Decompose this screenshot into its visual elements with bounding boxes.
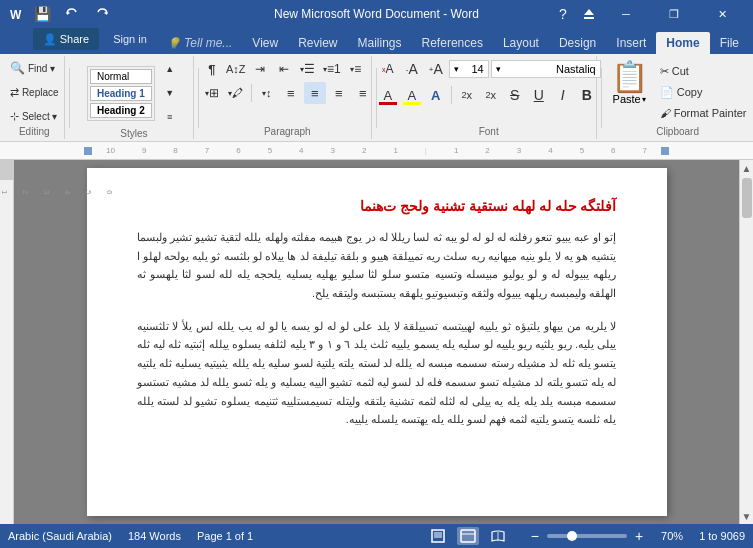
ruler-right-marker[interactable]: [84, 147, 92, 155]
title-bar: W 💾 New Microsoft Word Document - Word ?…: [0, 0, 753, 28]
line-spacing-button[interactable]: ↕▾: [256, 82, 278, 104]
styles-gallery[interactable]: Normal Heading 1 Heading 2: [87, 66, 155, 121]
web-layout-view-button[interactable]: [457, 527, 479, 545]
font-grow-button[interactable]: A+: [425, 58, 447, 80]
tab-home[interactable]: Home: [656, 32, 709, 54]
borders-button[interactable]: ⊞▾: [201, 82, 223, 104]
font-row-2: B I U S x2 x2 A A A: [377, 84, 598, 106]
qa-redo-btn[interactable]: [90, 2, 114, 26]
tab-insert[interactable]: Insert: [606, 32, 656, 54]
styles-up-button[interactable]: ▲: [159, 58, 181, 80]
page-info: Page 1 of 1: [197, 530, 253, 542]
svg-marker-3: [104, 11, 107, 15]
word-icon: W: [8, 6, 24, 22]
ribbon-group-paragraph: ≡▾ 1≡▾ ☰▾ ⇤ ⇥ A↕Z ¶ ≡ ≡ ≡ ≡ ↕▾ 🖍 ▾: [203, 56, 372, 139]
styles-down-button[interactable]: ▼: [159, 82, 181, 104]
tab-file[interactable]: File: [710, 32, 749, 54]
help-icon[interactable]: ?: [551, 2, 575, 26]
svg-marker-2: [67, 11, 70, 15]
superscript-button[interactable]: x2: [456, 84, 478, 106]
zoom-slider[interactable]: [547, 534, 627, 538]
svg-marker-5: [584, 9, 594, 15]
tab-review[interactable]: Review: [288, 32, 347, 54]
qa-save-btn[interactable]: 💾: [30, 2, 54, 26]
read-view-button[interactable]: [487, 527, 509, 545]
find-button[interactable]: 🔍 Find ▾: [6, 58, 59, 78]
subscript-button[interactable]: x2: [480, 84, 502, 106]
font-shrink-button[interactable]: A-: [401, 58, 423, 80]
scroll-up-button[interactable]: ▲: [740, 160, 754, 176]
cut-button[interactable]: ✂ Cut: [656, 61, 751, 81]
decrease-indent-button[interactable]: ⇤: [273, 58, 295, 80]
ribbon-toggle-icon[interactable]: [577, 2, 601, 26]
copy-button[interactable]: 📄 Copy: [656, 82, 751, 102]
divider-1: [601, 68, 602, 128]
qa-undo-btn[interactable]: [60, 2, 84, 26]
scroll-down-button[interactable]: ▼: [740, 508, 754, 524]
divider-3: [198, 68, 199, 128]
tab-layout[interactable]: Layout: [493, 32, 549, 54]
tab-mailings[interactable]: Mailings: [348, 32, 412, 54]
italic-button[interactable]: I: [552, 84, 574, 106]
underline-button[interactable]: U: [528, 84, 550, 106]
replace-button[interactable]: ⇄ Replace: [6, 82, 63, 102]
minimize-button[interactable]: ─: [603, 0, 649, 28]
increase-indent-button[interactable]: ⇥: [249, 58, 271, 80]
signin-button[interactable]: Sign in: [103, 28, 157, 50]
show-marks-button[interactable]: ¶: [201, 58, 223, 80]
font-color-button[interactable]: A: [377, 84, 399, 106]
justify-button[interactable]: ≡: [280, 82, 302, 104]
shading-button[interactable]: 🖍 ▾: [225, 82, 247, 104]
numbering-button[interactable]: 1≡▾: [321, 58, 343, 80]
bold-button[interactable]: B: [576, 84, 598, 106]
document-heading: آفلتگه حله له لهله نستقية تشنية ولحج ت‌ه…: [137, 198, 617, 214]
font-size-dropdown[interactable]: 14 ▾: [449, 60, 489, 78]
tab-design[interactable]: Design: [549, 32, 606, 54]
paragraph-row-2: ≡ ≡ ≡ ≡ ↕▾ 🖍 ▾ ⊞▾: [201, 82, 374, 104]
font-name-dropdown[interactable]: Nastaliq ▾: [491, 60, 601, 78]
clipboard-small-btns: ✂ Cut 📄 Copy 🖌 Format Painter: [656, 58, 751, 126]
tab-tellme[interactable]: 💡 Tell me...: [157, 32, 243, 54]
format-painter-button[interactable]: 🖌 Format Painter: [656, 103, 751, 123]
zoom-out-button[interactable]: −: [531, 528, 539, 544]
document-paragraph-1: إتو او عبه يبيو تنعو رفلنه له لو له لو ي…: [137, 228, 617, 303]
zoom-thumb: [567, 531, 577, 541]
select-button[interactable]: ⊹ Select ▾: [6, 106, 62, 126]
document-page[interactable]: آفلتگه حله له لهله نستقية تشنية ولحج ت‌ه…: [87, 168, 667, 516]
status-right: − + 70% 1 to 9069: [427, 527, 745, 545]
select-icon: ⊹: [10, 110, 19, 123]
close-button[interactable]: ✕: [699, 0, 745, 28]
ribbon-group-clipboard: 📋 Paste ▾ ✂ Cut 📄 Copy 🖌 Format Painter …: [606, 56, 749, 139]
vertical-scrollbar[interactable]: ▲ ▼: [739, 160, 753, 524]
editing-label: Editing: [8, 126, 60, 137]
align-left-button[interactable]: ≡: [352, 82, 374, 104]
zoom-level[interactable]: 70%: [651, 530, 683, 542]
ruler-indent-marker[interactable]: [661, 147, 669, 155]
language-indicator[interactable]: Arabic (Saudi Arabia): [8, 530, 112, 542]
align-center-button[interactable]: ≡: [328, 82, 350, 104]
align-right-button[interactable]: ≡: [304, 82, 326, 104]
tab-references[interactable]: References: [412, 32, 493, 54]
svg-rect-10: [461, 530, 475, 542]
maximize-button[interactable]: ❐: [651, 0, 697, 28]
sort-button[interactable]: A↕Z: [225, 58, 247, 80]
multilevel-button[interactable]: ☰▾: [297, 58, 319, 80]
bullets-button[interactable]: ≡▾: [345, 58, 367, 80]
tab-view[interactable]: View: [242, 32, 288, 54]
ribbon-group-styles: Normal Heading 1 Heading 2 ▲ ▼ ≡ Styles: [74, 56, 194, 139]
styles-label: Styles: [78, 128, 189, 139]
clear-format-button[interactable]: Ax: [377, 58, 399, 80]
styles-more-button[interactable]: ≡: [159, 106, 181, 128]
svg-rect-6: [432, 530, 444, 542]
scroll-thumb[interactable]: [742, 178, 752, 218]
print-layout-view-button[interactable]: [427, 527, 449, 545]
font-row-1: Nastaliq ▾ 14 ▾ A+ A- Ax: [377, 58, 601, 80]
ribbon-content: 📋 Paste ▾ ✂ Cut 📄 Copy 🖌 Format Painter …: [0, 54, 753, 142]
paste-button[interactable]: 📋 Paste ▾: [605, 58, 654, 126]
text-highlight-button[interactable]: A: [401, 84, 423, 106]
vertical-ruler: 123456: [0, 160, 14, 524]
share-button[interactable]: 👤 Share: [33, 28, 99, 50]
text-effect-button[interactable]: A: [425, 84, 447, 106]
zoom-in-button[interactable]: +: [635, 528, 643, 544]
strikethrough-button[interactable]: S: [504, 84, 526, 106]
